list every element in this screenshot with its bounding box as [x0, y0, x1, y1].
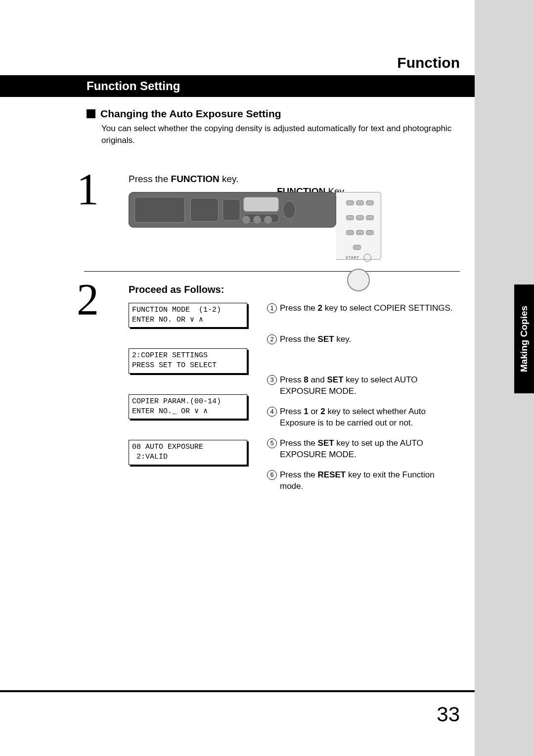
instruction-4: 4 Press 1 or 2 key to select whether Aut… — [267, 406, 460, 429]
divider — [84, 271, 460, 272]
instruction-5: 5 Press the SET key to set up the AUTO E… — [267, 438, 460, 461]
circled-4-icon: 4 — [267, 407, 277, 417]
page-title: Function — [0, 54, 460, 71]
section-tab: Making Copies — [514, 284, 534, 393]
step1-pre: Press the — [129, 174, 171, 184]
subsection-heading: Changing the Auto Exposure Setting — [87, 108, 460, 120]
step1-instruction: Press the FUNCTION key. — [129, 174, 460, 185]
step1-bold: FUNCTION — [171, 174, 220, 184]
subsection-heading-text: Changing the Auto Exposure Setting — [100, 108, 281, 119]
intro-text: You can select whether the copying densi… — [101, 123, 460, 146]
stop-icon — [363, 254, 371, 262]
step2-heading: Proceed as Follows: — [129, 284, 460, 295]
instruction-2: 2 Press the SET key. — [267, 334, 460, 345]
section-bar: Function Setting — [0, 75, 475, 97]
page-number: 33 — [437, 703, 460, 726]
bottom-rule — [0, 690, 475, 692]
control-panel-illustration: START — [129, 192, 381, 259]
panel-keypad: START — [336, 192, 381, 260]
right-gutter: Making Copies — [475, 0, 534, 756]
circled-1-icon: 1 — [267, 303, 277, 313]
lcd-column: FUNCTION MODE (1-2) ENTER NO. OR ∨ ∧ 2:C… — [129, 303, 247, 486]
panel-main — [129, 192, 336, 228]
step1-post: key. — [220, 174, 239, 184]
lcd-display-4: 08 AUTO EXPOSURE 2:VALID — [129, 440, 247, 465]
instruction-1: 1 Press the 2 key to select COPIER SETTI… — [267, 303, 460, 314]
circled-3-icon: 3 — [267, 375, 277, 385]
lcd-display-1: FUNCTION MODE (1-2) ENTER NO. OR ∨ ∧ — [129, 303, 247, 328]
circled-5-icon: 5 — [267, 438, 277, 448]
lcd-display-3: COPIER PARAM.(00-14) ENTER NO._ OR ∨ ∧ — [129, 394, 247, 420]
circled-2-icon: 2 — [267, 334, 277, 344]
instruction-6: 6 Press the RESET key to exit the Functi… — [267, 470, 460, 492]
start-label: START — [346, 255, 359, 259]
step-number-1: 1 — [77, 164, 99, 215]
instruction-column: 1 Press the 2 key to select COPIER SETTI… — [267, 303, 460, 492]
step-number-2: 2 — [77, 274, 99, 325]
lcd-display-2: 2:COPIER SETTINGS PRESS SET TO SELECT — [129, 348, 247, 374]
square-bullet-icon — [87, 109, 95, 118]
circled-6-icon: 6 — [267, 470, 277, 480]
instruction-3: 3 Press 8 and SET key to select AUTO EXP… — [267, 375, 460, 397]
